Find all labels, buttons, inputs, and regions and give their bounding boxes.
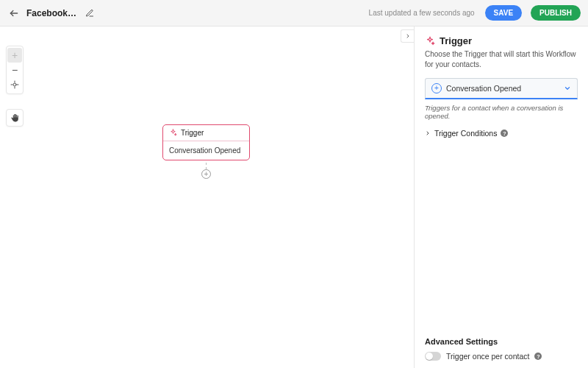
chevron-right-icon [425, 130, 431, 136]
trigger-type-dropdown[interactable]: + Conversation Opened [425, 78, 578, 99]
trigger-panel-icon [425, 36, 435, 46]
trigger-conditions-toggle[interactable]: Trigger Conditions ? [425, 129, 578, 138]
pan-tool-button[interactable] [6, 109, 24, 127]
workflow-canvas[interactable]: + − Trigger Conversation Opened + [0, 26, 415, 368]
help-icon[interactable]: ? [501, 130, 508, 137]
trigger-once-toggle[interactable] [425, 352, 441, 361]
trigger-type-description: Triggers for a contact when a conversati… [425, 104, 578, 120]
panel-title: Trigger [440, 35, 472, 46]
add-step-button[interactable]: + [201, 169, 211, 179]
fit-view-button[interactable] [7, 77, 22, 92]
collapse-panel-button[interactable] [401, 29, 414, 43]
trigger-once-label: Trigger once per contact [446, 352, 529, 361]
panel-subtitle: Choose the Trigger that will start this … [425, 49, 578, 69]
conversation-opened-icon: + [431, 83, 442, 93]
zoom-out-button[interactable]: − [7, 63, 22, 77]
trigger-conditions-label: Trigger Conditions [434, 129, 497, 138]
publish-button[interactable]: PUBLISH [531, 5, 581, 21]
help-icon[interactable]: ? [534, 353, 542, 360]
trigger-type-selected: Conversation Opened [446, 84, 559, 93]
chevron-down-icon [564, 85, 571, 92]
node-connector [206, 163, 207, 169]
trigger-node-title: Trigger [181, 129, 204, 137]
svg-point-1 [13, 83, 16, 86]
advanced-settings-title: Advanced Settings [425, 337, 578, 346]
trigger-node[interactable]: Trigger Conversation Opened [162, 124, 250, 160]
last-updated-text: Last updated a few seconds ago [369, 9, 475, 17]
back-button[interactable] [7, 7, 21, 20]
trigger-node-body: Conversation Opened [163, 141, 249, 160]
trigger-settings-panel: Trigger Choose the Trigger that will sta… [415, 26, 588, 368]
zoom-in-button[interactable]: + [7, 48, 22, 63]
workflow-title: Facebook… [26, 8, 76, 18]
edit-title-button[interactable] [84, 7, 96, 19]
zoom-controls: + − [6, 46, 24, 94]
save-button[interactable]: SAVE [485, 5, 523, 21]
trigger-icon [169, 129, 177, 137]
